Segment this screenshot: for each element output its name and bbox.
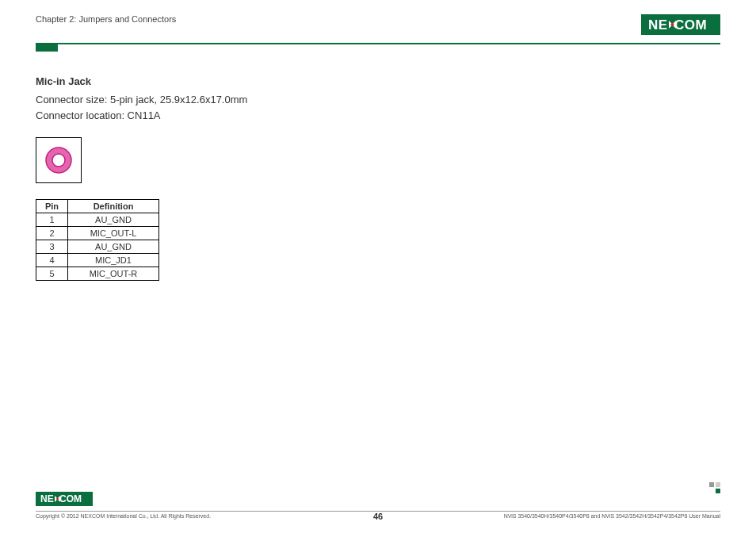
table-row: 4 MIC_JD1 — [36, 254, 159, 267]
footer-row: Copyright © 2012 NEXCOM International Co… — [36, 513, 720, 519]
svg-rect-16 — [716, 489, 720, 493]
pin-cell: 3 — [36, 240, 68, 254]
pin-cell: 5 — [36, 267, 68, 281]
table-row: 3 AU_GND — [36, 240, 159, 254]
table-row: 1 AU_GND — [36, 213, 159, 227]
brand-logo-top: NE COM — [641, 14, 720, 38]
page-number: 46 — [373, 512, 383, 521]
definition-cell: MIC_JD1 — [68, 254, 159, 267]
table-row: 5 MIC_OUT-R — [36, 267, 159, 281]
definition-cell: AU_GND — [68, 240, 159, 254]
jack-diagram — [36, 137, 82, 183]
svg-text:COM: COM — [674, 17, 707, 33]
svg-point-5 — [671, 23, 674, 26]
pin-cell: 2 — [36, 227, 68, 240]
definition-cell: MIC_OUT-L — [68, 227, 159, 240]
svg-rect-14 — [709, 482, 714, 487]
definition-cell: MIC_OUT-R — [68, 267, 159, 281]
page-footer: NE COM Copyright © 2012 NEXCOM Internati… — [36, 492, 720, 519]
table-header-row: Pin Definition — [36, 200, 159, 213]
audio-jack-icon — [43, 144, 74, 176]
header-divider — [36, 43, 720, 44]
svg-rect-15 — [716, 482, 720, 487]
connector-location-text: Connector location: CN11A — [36, 108, 720, 124]
main-content: Mic-in Jack Connector size: 5-pin jack, … — [0, 52, 756, 281]
header-pin: Pin — [36, 200, 68, 213]
header-tab-decoration — [36, 44, 58, 52]
svg-text:NE: NE — [648, 17, 668, 33]
pin-cell: 1 — [36, 213, 68, 227]
svg-point-13 — [56, 498, 59, 500]
svg-text:NE: NE — [40, 493, 54, 504]
section-title: Mic-in Jack — [36, 75, 720, 87]
svg-text:COM: COM — [59, 493, 82, 504]
header-definition: Definition — [68, 200, 159, 213]
connector-size-text: Connector size: 5-pin jack, 25.9x12.6x17… — [36, 92, 720, 108]
chapter-title: Chapter 2: Jumpers and Connectors — [36, 14, 176, 24]
pin-cell: 4 — [36, 254, 68, 267]
pin-definition-table: Pin Definition 1 AU_GND 2 MIC_OUT-L 3 AU… — [36, 199, 159, 281]
definition-cell: AU_GND — [68, 213, 159, 227]
manual-title: NViS 3540/3540H/3540P4/3540P8 and NViS 3… — [504, 513, 720, 519]
page-header: Chapter 2: Jumpers and Connectors NE COM — [0, 0, 756, 38]
svg-point-7 — [52, 154, 65, 167]
table-row: 2 MIC_OUT-L — [36, 227, 159, 240]
brand-logo-bottom: NE COM — [36, 492, 720, 509]
copyright-text: Copyright © 2012 NEXCOM International Co… — [36, 513, 211, 519]
footer-decoration-icon — [709, 482, 720, 494]
